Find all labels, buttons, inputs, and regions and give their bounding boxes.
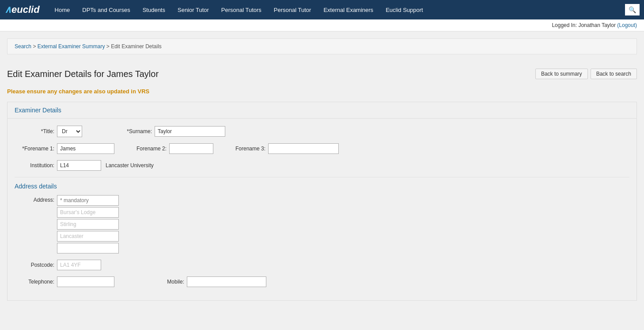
nav-personal-tutors[interactable]: Personal Tutors xyxy=(215,1,268,19)
address-row: Address: xyxy=(15,195,629,253)
logo-text: ∧euclid xyxy=(4,4,40,15)
address-mandatory-input[interactable] xyxy=(57,195,119,206)
nav-students[interactable]: Students xyxy=(136,1,171,19)
back-to-search-button[interactable]: Back to search xyxy=(591,69,637,79)
breadcrumb-sep2: > xyxy=(106,43,111,50)
back-to-summary-button[interactable]: Back to summary xyxy=(535,69,588,79)
institution-row: Institution: Lancaster University xyxy=(15,160,629,171)
address-label: Address: xyxy=(15,195,54,203)
nav-search-button[interactable]: 🔍 xyxy=(625,4,640,15)
address-field: Address: xyxy=(15,195,119,253)
postcode-field: Postcode: xyxy=(15,260,101,270)
nav-links: Home DPTs and Courses Students Senior Tu… xyxy=(49,1,625,19)
breadcrumb: Search > External Examiner Summary > Edi… xyxy=(7,38,637,54)
header-buttons: Back to summary Back to search xyxy=(535,69,637,79)
breadcrumb-search[interactable]: Search xyxy=(15,43,31,50)
address-line2-input[interactable] xyxy=(57,219,119,230)
telephone-row: Telephone: Mobile: xyxy=(15,276,629,287)
surname-label: *Surname: xyxy=(112,128,152,134)
forename1-label: *Forename 1: xyxy=(15,146,54,152)
nav-home[interactable]: Home xyxy=(49,1,76,19)
telephone-field: Telephone: xyxy=(15,276,114,287)
address-section-title: Address details xyxy=(15,183,629,190)
address-line4-input[interactable] xyxy=(57,243,119,253)
telephone-input[interactable] xyxy=(57,276,114,287)
mobile-field: Mobile: xyxy=(144,276,266,287)
forename2-label: Forename 2: xyxy=(127,146,167,152)
postcode-input[interactable] xyxy=(57,260,101,270)
forename2-input[interactable] xyxy=(169,143,213,154)
warning-text: Please ensure any changes are also updat… xyxy=(0,84,644,102)
page-header: Edit Examiner Details for James Taylor B… xyxy=(0,61,644,84)
forename3-field: Forename 3: xyxy=(226,143,339,154)
telephone-label: Telephone: xyxy=(15,279,54,285)
forename2-field: Forename 2: xyxy=(127,143,213,154)
postcode-row: Postcode: xyxy=(15,260,629,270)
title-field: *Title: Mr Mrs Ms Dr Prof xyxy=(15,126,82,137)
institution-field: Institution: Lancaster University xyxy=(15,160,154,171)
nav-euclid-support[interactable]: Euclid Support xyxy=(379,1,429,19)
logo[interactable]: ∧euclid xyxy=(4,4,40,15)
breadcrumb-current: Edit Examiner Details xyxy=(111,43,162,50)
surname-field: *Surname: xyxy=(112,126,225,137)
section-divider xyxy=(15,177,629,177)
title-select[interactable]: Mr Mrs Ms Dr Prof xyxy=(57,126,82,137)
nav-external-examiners[interactable]: External Examiners xyxy=(317,1,379,19)
nav-senior-tutor[interactable]: Senior Tutor xyxy=(171,1,215,19)
mobile-input[interactable] xyxy=(187,276,266,287)
institution-name: Lancaster University xyxy=(106,162,154,169)
address-line3-input[interactable] xyxy=(57,231,119,242)
forename1-field: *Forename 1: xyxy=(15,143,114,154)
address-multiline xyxy=(57,195,119,253)
forename1-input[interactable] xyxy=(57,143,114,154)
nav-dpts[interactable]: DPTs and Courses xyxy=(76,1,136,19)
examiner-details-title: Examiner Details xyxy=(8,102,636,119)
logged-in-text: Logged In: Jonathan Taylor xyxy=(552,22,616,28)
logout-link[interactable]: (Logout) xyxy=(617,22,637,28)
forename-row: *Forename 1: Forename 2: Forename 3: xyxy=(15,143,629,154)
examiner-details-section: Examiner Details *Title: Mr Mrs Ms Dr Pr… xyxy=(7,102,637,301)
forename3-label: Forename 3: xyxy=(226,146,265,152)
forename3-input[interactable] xyxy=(268,143,339,154)
surname-input[interactable] xyxy=(155,126,225,137)
institution-label: Institution: xyxy=(15,162,54,169)
logged-in-bar: Logged In: Jonathan Taylor (Logout) xyxy=(0,19,644,31)
institution-input[interactable] xyxy=(57,160,101,171)
nav-personal-tutor[interactable]: Personal Tutor xyxy=(268,1,318,19)
postcode-label: Postcode: xyxy=(15,262,54,268)
page-title: Edit Examiner Details for James Taylor xyxy=(7,69,159,79)
examiner-details-body: *Title: Mr Mrs Ms Dr Prof *Surname: *For… xyxy=(8,119,636,300)
navbar: ∧euclid Home DPTs and Courses Students S… xyxy=(0,0,644,19)
title-surname-row: *Title: Mr Mrs Ms Dr Prof *Surname: xyxy=(15,126,629,137)
mobile-label: Mobile: xyxy=(144,279,184,285)
title-label: *Title: xyxy=(15,128,54,134)
breadcrumb-summary[interactable]: External Examiner Summary xyxy=(38,43,105,50)
address-line1-input[interactable] xyxy=(57,207,119,218)
breadcrumb-sep1: > xyxy=(33,43,37,50)
